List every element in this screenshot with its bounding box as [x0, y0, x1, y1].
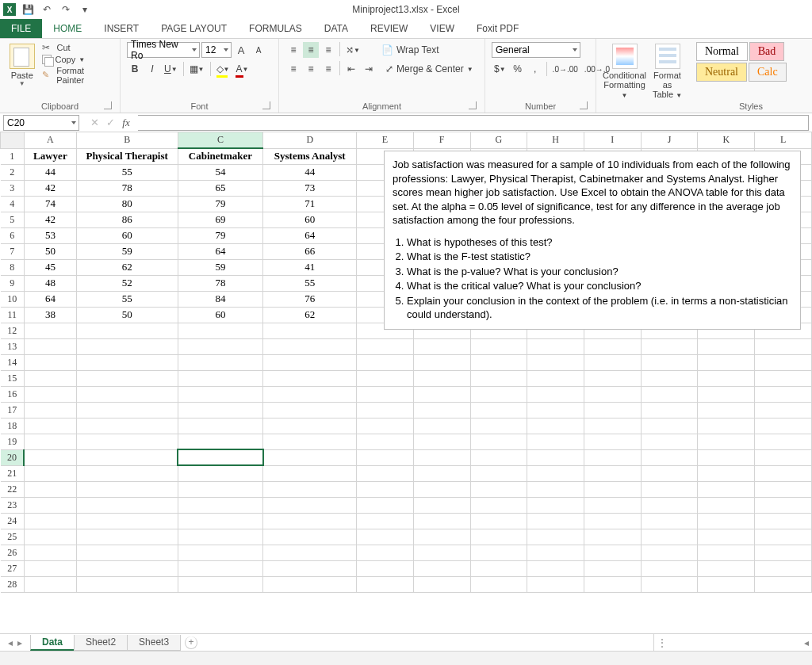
cell-L16[interactable] [755, 386, 812, 402]
cell-E13[interactable] [357, 338, 414, 354]
cell-C10[interactable]: 84 [178, 291, 263, 307]
tab-home[interactable]: HOME [42, 19, 93, 38]
style-neutral[interactable]: Neutral [696, 63, 747, 82]
cell-L25[interactable] [755, 529, 812, 545]
cell-L19[interactable] [755, 434, 812, 449]
cell-E14[interactable] [357, 354, 414, 370]
cell-C23[interactable] [178, 497, 263, 513]
tab-file[interactable]: FILE [0, 19, 42, 38]
row-header-8[interactable]: 8 [1, 259, 25, 275]
cell-G24[interactable] [470, 513, 527, 529]
cell-A7[interactable]: 50 [24, 243, 76, 259]
row-header-24[interactable]: 24 [1, 513, 25, 529]
row-header-3[interactable]: 3 [1, 180, 25, 196]
cell-A5[interactable]: 42 [24, 212, 76, 227]
cell-L22[interactable] [755, 481, 812, 497]
cell-K21[interactable] [698, 465, 755, 481]
cell-C15[interactable] [178, 370, 263, 386]
row-header-28[interactable]: 28 [1, 576, 25, 592]
cell-A18[interactable] [24, 418, 76, 434]
cell-C22[interactable] [178, 481, 263, 497]
copy-button[interactable]: Copy ▼ [42, 55, 113, 64]
decrease-indent-button[interactable]: ⇤ [343, 61, 359, 77]
cell-A6[interactable]: 53 [24, 227, 76, 243]
cell-D25[interactable] [263, 529, 357, 545]
cell-J26[interactable] [641, 545, 698, 560]
cell-F25[interactable] [413, 529, 470, 545]
horizontal-scrollbar[interactable]: ⋮◂ [653, 633, 812, 651]
cell-E20[interactable] [357, 449, 414, 465]
cell-H28[interactable] [527, 576, 584, 592]
cell-K19[interactable] [698, 434, 755, 449]
cell-I25[interactable] [584, 529, 642, 545]
cell-D26[interactable] [263, 545, 357, 560]
cell-L26[interactable] [755, 545, 812, 560]
cell-K28[interactable] [698, 576, 755, 592]
cell-G16[interactable] [470, 386, 527, 402]
cell-B18[interactable] [76, 418, 178, 434]
row-header-18[interactable]: 18 [1, 418, 25, 434]
cell-H13[interactable] [527, 338, 584, 354]
cell-G14[interactable] [470, 354, 527, 370]
cell-I20[interactable] [584, 449, 642, 465]
cell-D9[interactable]: 55 [263, 275, 357, 291]
cell-B17[interactable] [76, 402, 178, 418]
cell-I13[interactable] [584, 338, 642, 354]
cell-E19[interactable] [357, 434, 414, 449]
cell-A17[interactable] [24, 402, 76, 418]
cell-J18[interactable] [641, 418, 698, 434]
cell-D4[interactable]: 71 [263, 196, 357, 212]
cell-J27[interactable] [641, 560, 698, 576]
cell-B16[interactable] [76, 386, 178, 402]
cell-D18[interactable] [263, 418, 357, 434]
cell-B22[interactable] [76, 481, 178, 497]
cell-H20[interactable] [527, 449, 584, 465]
cell-I18[interactable] [584, 418, 642, 434]
cell-F15[interactable] [413, 370, 470, 386]
column-header-L[interactable]: L [755, 132, 812, 148]
row-header-25[interactable]: 25 [1, 529, 25, 545]
question-textbox[interactable]: Job satisfaction was measured for a samp… [384, 151, 801, 330]
cell-H24[interactable] [527, 513, 584, 529]
cell-E18[interactable] [357, 418, 414, 434]
cell-I23[interactable] [584, 497, 642, 513]
cell-I19[interactable] [584, 434, 642, 449]
cell-B19[interactable] [76, 434, 178, 449]
cell-D20[interactable] [263, 449, 357, 465]
cell-B21[interactable] [76, 465, 178, 481]
cell-A14[interactable] [24, 354, 76, 370]
row-header-14[interactable]: 14 [1, 354, 25, 370]
column-header-E[interactable]: E [357, 132, 414, 148]
cell-H19[interactable] [527, 434, 584, 449]
column-header-G[interactable]: G [470, 132, 527, 148]
cell-G17[interactable] [470, 402, 527, 418]
cell-L20[interactable] [755, 449, 812, 465]
increase-decimal-button[interactable]: .0→.00 [550, 61, 580, 77]
comma-button[interactable]: , [527, 61, 543, 77]
column-header-J[interactable]: J [641, 132, 698, 148]
cell-G26[interactable] [470, 545, 527, 560]
row-header-11[interactable]: 11 [1, 307, 25, 323]
cell-A22[interactable] [24, 481, 76, 497]
cell-J15[interactable] [641, 370, 698, 386]
cell-J20[interactable] [641, 449, 698, 465]
alignment-dialog-launcher[interactable] [469, 101, 477, 109]
cell-E26[interactable] [357, 545, 414, 560]
cell-C25[interactable] [178, 529, 263, 545]
cell-F22[interactable] [413, 481, 470, 497]
cell-C4[interactable]: 79 [178, 196, 263, 212]
cell-B2[interactable]: 55 [76, 164, 178, 180]
tab-page-layout[interactable]: PAGE LAYOUT [150, 19, 238, 38]
cell-D24[interactable] [263, 513, 357, 529]
cell-A4[interactable]: 74 [24, 196, 76, 212]
cell-K13[interactable] [698, 338, 755, 354]
number-format-combo[interactable]: General [492, 42, 580, 58]
row-header-16[interactable]: 16 [1, 386, 25, 402]
merge-center-button[interactable]: ⤢Merge & Center ▼ [381, 61, 477, 77]
cell-D5[interactable]: 60 [263, 212, 357, 227]
cell-J16[interactable] [641, 386, 698, 402]
cell-C28[interactable] [178, 576, 263, 592]
sheet-tab-sheet2[interactable]: Sheet2 [74, 635, 128, 651]
cell-B11[interactable]: 50 [76, 307, 178, 323]
fx-icon[interactable]: fx [119, 117, 133, 129]
